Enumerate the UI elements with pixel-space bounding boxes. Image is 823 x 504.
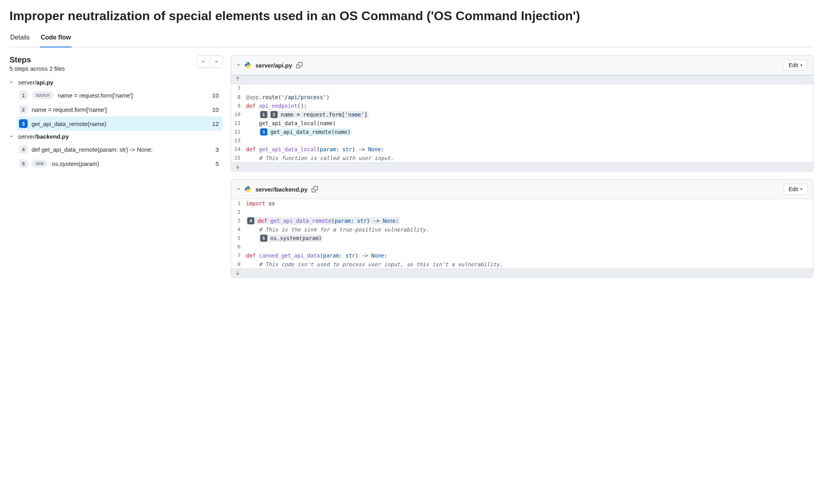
- code-content[interactable]: 4 def get_api_data_remote(param: str) ->…: [244, 216, 813, 225]
- step-row[interactable]: 4def get_api_data_remote(param: str) -> …: [17, 142, 223, 156]
- step-row[interactable]: 3get_api_data_remote(name)12: [17, 117, 223, 131]
- line-number: 10: [231, 110, 244, 119]
- code-line: 2: [231, 208, 813, 216]
- code-content[interactable]: get_api_data_local(name): [244, 119, 813, 128]
- file-name: server/backend.py: [256, 186, 308, 193]
- line-number: 7: [231, 84, 244, 93]
- copy-icon[interactable]: [296, 62, 303, 68]
- code-content[interactable]: 3 get_api_data_remote(name): [244, 128, 813, 136]
- step-nav-arrows: [197, 55, 223, 68]
- code-content[interactable]: def get_api_data_local(param: str) -> No…: [244, 145, 813, 154]
- line-number: 8: [231, 93, 244, 102]
- code-content[interactable]: 5 os.system(param): [244, 234, 813, 243]
- line-number: 11: [231, 119, 244, 128]
- steps-panel: Steps 5 steps across 2 files server/api.…: [9, 55, 223, 286]
- line-number: 9: [231, 102, 244, 110]
- step-next-button[interactable]: [210, 56, 222, 68]
- code-content[interactable]: def canned_get_api_data(param: str) -> N…: [244, 251, 813, 260]
- python-file-icon: [244, 62, 252, 69]
- chevron-down-icon[interactable]: [237, 187, 241, 192]
- chevron-down-icon[interactable]: [237, 63, 241, 68]
- step-row[interactable]: 1sourcename = request.form['name']10: [17, 88, 223, 102]
- code-line: 8 # This code isn't used to process user…: [231, 260, 813, 269]
- tab-details[interactable]: Details: [9, 30, 30, 47]
- code-line: 8@app.route('/api/process'): [231, 93, 813, 102]
- step-text: name = request.form['name']: [32, 106, 208, 113]
- line-number: 13: [231, 136, 244, 145]
- code-content[interactable]: def api_endpoint():: [244, 102, 813, 110]
- tab-code-flow[interactable]: Code flow: [40, 30, 71, 47]
- chevron-down-icon: [9, 80, 15, 85]
- step-number-badge: 1: [19, 91, 28, 100]
- code-content[interactable]: # This is the sink for a true-positive v…: [244, 225, 813, 234]
- fold-up-icon: [235, 76, 241, 82]
- code-line: 4 # This is the sink for a true-positive…: [231, 225, 813, 234]
- fold-down-icon: [235, 164, 241, 169]
- chevron-down-icon: ▾: [800, 187, 802, 191]
- code-content[interactable]: [244, 243, 813, 251]
- code-line: 34 def get_api_data_remote(param: str) -…: [231, 216, 813, 225]
- code-line: 6: [231, 243, 813, 251]
- expand-down-bar[interactable]: [231, 269, 813, 277]
- code-content[interactable]: [244, 136, 813, 145]
- steps-subtitle: 5 steps across 2 files: [9, 65, 65, 72]
- code-line: 7: [231, 84, 813, 93]
- step-number-badge: 2: [19, 105, 28, 114]
- fold-down-icon: [235, 270, 241, 275]
- code-line: 7def canned_get_api_data(param: str) -> …: [231, 251, 813, 260]
- step-pill: sink: [32, 160, 48, 167]
- step-number-badge: 3: [19, 119, 28, 128]
- file-name: server/api.py: [256, 62, 292, 69]
- line-number: 7: [231, 251, 244, 260]
- code-line: 12 3 get_api_data_remote(name): [231, 128, 813, 136]
- edit-button[interactable]: Edit▾: [784, 60, 808, 71]
- code-content[interactable]: 1 2 name = request.form['name']: [244, 110, 813, 119]
- code-content[interactable]: [244, 208, 813, 216]
- step-text: name = request.form['name']: [58, 92, 208, 99]
- line-number: 3: [231, 216, 244, 225]
- step-text: os.system(param): [52, 160, 211, 167]
- step-line-number: 10: [212, 92, 219, 99]
- step-row[interactable]: 2name = request.form['name']10: [17, 102, 223, 117]
- edit-button[interactable]: Edit▾: [784, 184, 808, 195]
- step-prev-button[interactable]: [197, 56, 210, 68]
- code-content[interactable]: import os: [244, 199, 813, 208]
- line-number: 6: [231, 243, 244, 251]
- step-line-number: 10: [212, 106, 219, 113]
- code-line: 14def get_api_data_local(param: str) -> …: [231, 145, 813, 154]
- expand-down-bar[interactable]: [231, 162, 813, 171]
- chevron-down-icon: [214, 60, 218, 64]
- line-number: 2: [231, 208, 244, 216]
- steps-title: Steps: [9, 55, 65, 64]
- line-number: 15: [231, 154, 244, 162]
- file-card: server/api.py Edit▾ 78@app.route('/api/p…: [231, 55, 814, 171]
- code-line: 11 get_api_data_local(name): [231, 119, 813, 128]
- line-number: 1: [231, 199, 244, 208]
- step-pill: source: [32, 91, 54, 99]
- line-number: 5: [231, 234, 244, 243]
- line-number: 4: [231, 225, 244, 234]
- code-body: 78@app.route('/api/process')9def api_end…: [231, 84, 813, 162]
- expand-up-bar[interactable]: [231, 75, 813, 84]
- file-card-header: server/api.py Edit▾: [231, 56, 813, 75]
- code-line: 1import os: [231, 199, 813, 208]
- file-card-header: server/backend.py Edit▾: [231, 180, 813, 199]
- python-file-icon: [244, 186, 252, 193]
- step-number-badge: 4: [19, 145, 28, 154]
- step-file-header[interactable]: server/api.py: [9, 77, 223, 88]
- step-file-header[interactable]: server/backend.py: [9, 131, 223, 142]
- code-line: 15 # This function is called with user i…: [231, 154, 813, 162]
- step-row[interactable]: 5sinkos.system(param)5: [17, 156, 223, 171]
- code-content[interactable]: # This function is called with user inpu…: [244, 154, 813, 162]
- code-line: 13: [231, 136, 813, 145]
- copy-icon[interactable]: [312, 186, 318, 192]
- step-number-badge: 5: [19, 159, 28, 168]
- code-content[interactable]: # This code isn't used to process user i…: [244, 260, 813, 269]
- line-number: 12: [231, 128, 244, 136]
- line-number: 8: [231, 260, 244, 269]
- code-line: 5 5 os.system(param): [231, 234, 813, 243]
- code-content[interactable]: [244, 84, 813, 93]
- step-line-number: 12: [212, 120, 219, 127]
- page-title: Improper neutralization of special eleme…: [9, 8, 814, 24]
- code-content[interactable]: @app.route('/api/process'): [244, 93, 813, 102]
